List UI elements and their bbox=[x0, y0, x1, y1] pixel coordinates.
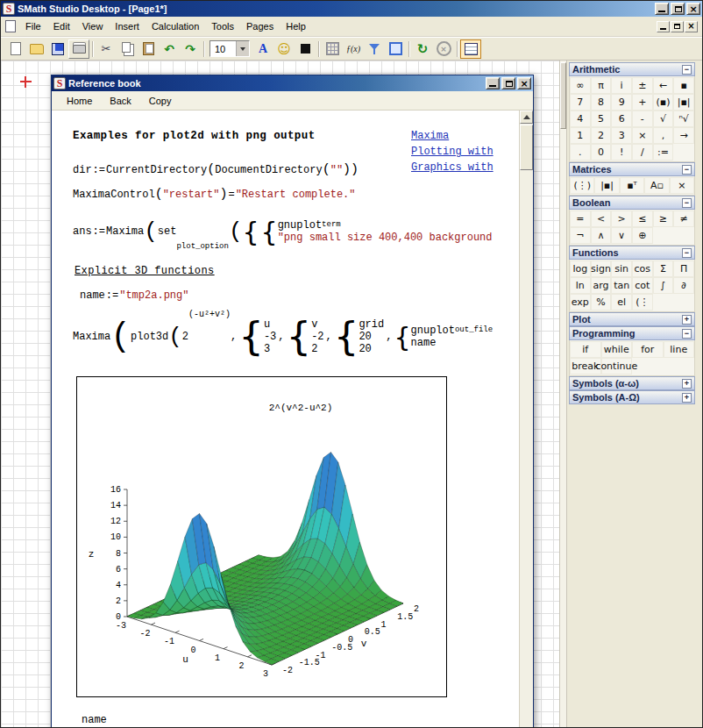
palette-placeholder-button[interactable]: ▪ bbox=[673, 77, 694, 94]
section-header-symbols-α-ω[interactable]: Symbols (α-ω)+ bbox=[569, 376, 695, 390]
restore-button[interactable] bbox=[671, 3, 685, 15]
collapse-icon[interactable]: − bbox=[682, 65, 692, 75]
expand-icon[interactable]: + bbox=[682, 315, 692, 325]
refbook-menu-home[interactable]: Home bbox=[59, 94, 100, 108]
menu-tools[interactable]: Tools bbox=[205, 18, 240, 34]
palette-while-button[interactable]: while bbox=[601, 341, 633, 358]
collapse-icon[interactable]: − bbox=[682, 248, 692, 258]
palette-digit-0-button[interactable]: 0 bbox=[591, 144, 612, 161]
collapse-icon[interactable]: − bbox=[682, 165, 692, 175]
page-icon[interactable] bbox=[5, 20, 16, 32]
palette-determinant-button[interactable]: |▪| bbox=[594, 177, 619, 194]
palette-less-equal-button[interactable]: ≤ bbox=[632, 211, 653, 227]
palette-comma-button[interactable]: , bbox=[653, 127, 674, 144]
palette-infinity-button[interactable]: ∞ bbox=[570, 77, 591, 94]
scroll-thumb[interactable] bbox=[520, 125, 533, 170]
paste-button[interactable] bbox=[138, 39, 159, 59]
collapse-icon[interactable]: − bbox=[682, 329, 692, 339]
palette-greater-equal-button[interactable]: ≥ bbox=[653, 211, 674, 227]
section-header-programming[interactable]: Programming− bbox=[569, 326, 695, 340]
refbook-title-bar[interactable]: S Reference book × bbox=[52, 75, 533, 91]
palette-not-button[interactable]: ¬ bbox=[570, 227, 591, 244]
refbook-menu-copy[interactable]: Copy bbox=[141, 94, 180, 108]
palette-and-button[interactable]: ∧ bbox=[591, 227, 612, 244]
link-plotting-with[interactable]: Plotting with bbox=[411, 144, 494, 160]
mdi-close-button[interactable]: × bbox=[685, 21, 698, 32]
app-icon[interactable]: S bbox=[3, 3, 15, 15]
new-page-button[interactable] bbox=[5, 39, 26, 59]
palette-exp-button[interactable]: exp bbox=[570, 294, 591, 310]
reference-book-button[interactable] bbox=[460, 39, 481, 59]
palette-factorial-button[interactable]: ! bbox=[611, 144, 632, 161]
menu-pages[interactable]: Pages bbox=[240, 18, 280, 34]
palette-digit-4-button[interactable]: 4 bbox=[570, 111, 591, 127]
palette-decimal-point-button[interactable]: . bbox=[570, 144, 591, 161]
palette-or-button[interactable]: ∨ bbox=[611, 227, 632, 244]
palette-for-button[interactable]: for bbox=[632, 341, 664, 358]
refbook-minimize-button[interactable] bbox=[486, 77, 500, 89]
palette-arg-button[interactable]: arg bbox=[591, 277, 612, 294]
scroll-up-button[interactable] bbox=[520, 111, 533, 124]
palette-right-arrow-button[interactable]: → bbox=[673, 127, 694, 144]
close-button[interactable]: × bbox=[686, 3, 700, 15]
recalculate-button[interactable] bbox=[412, 39, 433, 59]
font-size-combo[interactable]: 10 bbox=[209, 40, 250, 57]
palette-multiply-button[interactable]: × bbox=[632, 127, 653, 144]
menu-view[interactable]: View bbox=[76, 18, 110, 34]
palette-product-button[interactable]: Π bbox=[673, 261, 694, 277]
insert-function-button[interactable] bbox=[343, 39, 364, 59]
palette-minus-button[interactable]: - bbox=[632, 111, 653, 127]
expression-ans[interactable]: ans:=Maxima(setplot_option({{gnuplotterm… bbox=[73, 211, 494, 252]
palette-digit-6-button[interactable]: 6 bbox=[611, 111, 632, 127]
link-maxima[interactable]: Maxima bbox=[411, 128, 494, 144]
expand-icon[interactable]: + bbox=[682, 393, 692, 403]
palette-not-equal-button[interactable]: ≠ bbox=[673, 211, 694, 227]
palette-summation-button[interactable]: Σ bbox=[653, 261, 674, 277]
refbook-maximize-button[interactable] bbox=[501, 77, 515, 89]
palette-derivative-button[interactable]: ∂ bbox=[673, 277, 694, 294]
palette-algebraic-complement-button[interactable]: A▫ bbox=[644, 177, 669, 194]
expression-dir[interactable]: dir:=CurrentDirectory(DocumentDirectory(… bbox=[73, 163, 359, 176]
palette-percent-button[interactable]: % bbox=[591, 294, 612, 310]
palette-parentheses-button[interactable]: (▪) bbox=[653, 94, 674, 111]
palette-plus-button[interactable]: + bbox=[632, 94, 653, 111]
refbook-scrollbar[interactable] bbox=[519, 111, 533, 728]
refbook-close-button[interactable]: × bbox=[517, 77, 531, 89]
insert-plot-button[interactable] bbox=[385, 39, 406, 59]
insert-image-button[interactable] bbox=[273, 39, 295, 59]
palette-digit-2-button[interactable]: 2 bbox=[591, 127, 612, 144]
scroll-thumb[interactable] bbox=[560, 62, 566, 129]
section-header-plot[interactable]: Plot+ bbox=[569, 312, 695, 326]
palette-sign-button[interactable]: sign bbox=[591, 261, 612, 277]
section-header-arithmetic[interactable]: Arithmetic− bbox=[569, 62, 695, 76]
expression-name[interactable]: name:="tmp2a.png" bbox=[80, 289, 188, 302]
dropdown-arrow-icon[interactable] bbox=[236, 41, 249, 56]
insert-matrix-button[interactable] bbox=[322, 39, 343, 59]
palette-less-than-button[interactable]: < bbox=[591, 211, 612, 227]
palette-cot-button[interactable]: cot bbox=[632, 277, 653, 294]
palette-left-arrow-button[interactable]: ← bbox=[653, 77, 674, 94]
print-button[interactable] bbox=[68, 39, 89, 59]
section-header-symbols-α-ω[interactable]: Symbols (Α-Ω)+ bbox=[569, 390, 695, 404]
open-button[interactable] bbox=[26, 39, 47, 59]
palette-function-arguments-button[interactable]: (⋮ bbox=[632, 294, 653, 310]
palette-digit-1-button[interactable]: 1 bbox=[570, 127, 591, 144]
menu-calculation[interactable]: Calculation bbox=[146, 18, 205, 34]
palette-digit-7-button[interactable]: 7 bbox=[570, 94, 591, 111]
mdi-minimize-button[interactable] bbox=[657, 21, 670, 32]
copy-button[interactable] bbox=[117, 39, 138, 59]
palette-line-button[interactable]: line bbox=[664, 341, 695, 358]
refbook-menu-back[interactable]: Back bbox=[102, 94, 138, 108]
palette-digit-8-button[interactable]: 8 bbox=[591, 94, 612, 111]
palette-tan-button[interactable]: tan bbox=[611, 277, 632, 294]
undo-button[interactable] bbox=[159, 39, 180, 59]
palette-transpose-button[interactable]: ▪ᵀ bbox=[620, 177, 644, 194]
palette-digit-3-button[interactable]: 3 bbox=[611, 127, 632, 144]
palette-integral-button[interactable]: ∫ bbox=[653, 277, 674, 294]
section-header-functions[interactable]: Functions− bbox=[569, 246, 695, 260]
font-color-button[interactable] bbox=[252, 39, 273, 59]
palette-continue-button[interactable]: continue bbox=[601, 358, 633, 375]
cut-button[interactable] bbox=[96, 39, 117, 59]
expand-icon[interactable]: + bbox=[682, 379, 692, 389]
collapse-icon[interactable]: − bbox=[682, 198, 692, 208]
